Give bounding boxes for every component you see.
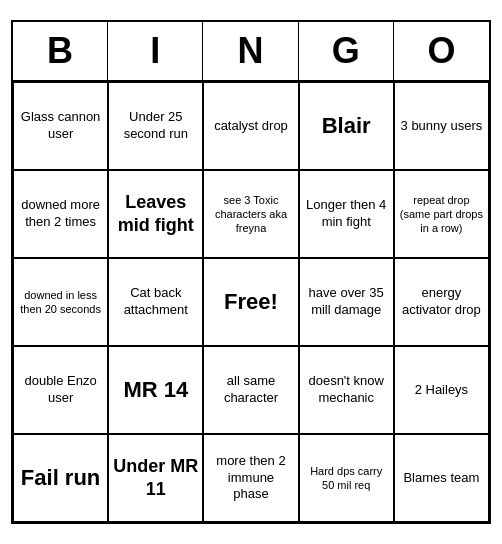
cell-5: downed more then 2 times xyxy=(13,170,108,258)
bingo-card: B I N G O Glass cannon user Under 25 sec… xyxy=(11,20,491,524)
cell-20: Fail run xyxy=(13,434,108,522)
cell-4: 3 bunny users xyxy=(394,82,489,170)
letter-i: I xyxy=(108,22,203,80)
cell-16: MR 14 xyxy=(108,346,203,434)
cell-21: Under MR 11 xyxy=(108,434,203,522)
cell-19: 2 Haileys xyxy=(394,346,489,434)
cell-3: Blair xyxy=(299,82,394,170)
cell-10: downed in less then 20 seconds xyxy=(13,258,108,346)
cell-2: catalyst drop xyxy=(203,82,298,170)
cell-0: Glass cannon user xyxy=(13,82,108,170)
cell-11: Cat back attachment xyxy=(108,258,203,346)
cell-15: double Enzo user xyxy=(13,346,108,434)
cell-1: Under 25 second run xyxy=(108,82,203,170)
cell-24: Blames team xyxy=(394,434,489,522)
letter-b: B xyxy=(13,22,108,80)
cell-22: more then 2 immune phase xyxy=(203,434,298,522)
bingo-grid: Glass cannon user Under 25 second run ca… xyxy=(13,82,489,522)
cell-17: all same character xyxy=(203,346,298,434)
letter-g: G xyxy=(299,22,394,80)
cell-7: see 3 Toxic characters aka freyna xyxy=(203,170,298,258)
cell-23: Hard dps carry 50 mil req xyxy=(299,434,394,522)
bingo-header: B I N G O xyxy=(13,22,489,82)
cell-6: Leaves mid fight xyxy=(108,170,203,258)
letter-o: O xyxy=(394,22,489,80)
cell-8: Longer then 4 min fight xyxy=(299,170,394,258)
cell-18: doesn't know mechanic xyxy=(299,346,394,434)
letter-n: N xyxy=(203,22,298,80)
cell-13: have over 35 mill damage xyxy=(299,258,394,346)
cell-free: Free! xyxy=(203,258,298,346)
cell-9: repeat drop (same part drops in a row) xyxy=(394,170,489,258)
cell-14: energy activator drop xyxy=(394,258,489,346)
